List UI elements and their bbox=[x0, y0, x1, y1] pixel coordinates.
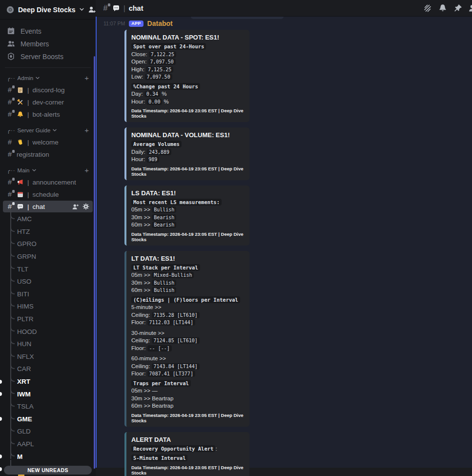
field-text: Floor: bbox=[131, 319, 147, 325]
sidebar-item-events[interactable]: Events bbox=[3, 25, 93, 37]
embed-field-line: 60m >> Beartrap bbox=[131, 402, 245, 410]
channel-label: dev-corner bbox=[33, 99, 64, 106]
channel-pipe: | bbox=[27, 203, 29, 210]
embed-footer: Data Timestamp: 2026-04-19 23:05 EST | D… bbox=[131, 166, 245, 177]
thread-spine bbox=[10, 223, 15, 232]
inline-code-value: 7087.41 [LT377] bbox=[147, 371, 195, 377]
message-header: 11:07 PM APP Databot bbox=[103, 20, 472, 27]
message-list[interactable]: 11:07 PM APP Databot NOMINAL DATA - SPOT… bbox=[96, 17, 472, 476]
sidebar-item-server-boosts[interactable]: Server Boosts bbox=[3, 50, 93, 62]
inline-code-value: Average Volumes bbox=[131, 141, 182, 147]
category-header[interactable]: ╭··Admin+ bbox=[0, 75, 96, 83]
thread-spine bbox=[10, 373, 15, 382]
inline-code-value: 243,889 bbox=[147, 149, 171, 155]
field-text: Daily: bbox=[131, 149, 147, 155]
thread-label: USO bbox=[17, 278, 31, 285]
channel-bot-alerts[interactable]: #|bot-alerts bbox=[3, 108, 93, 120]
field-text: 30m >> Beartrap bbox=[131, 395, 173, 401]
new-unreads-pill[interactable]: NEW UNREADS bbox=[4, 466, 92, 475]
embed-field-line: 05m >> — bbox=[131, 387, 245, 395]
embed-field-line: 05m >> Mixed-Bullish bbox=[131, 271, 245, 279]
embed-field-name: Most recent LS measurements: bbox=[131, 199, 245, 207]
members-icon[interactable] bbox=[468, 3, 472, 13]
threads-icon[interactable] bbox=[423, 3, 432, 13]
embed-field-line: 5-minute >> bbox=[131, 304, 245, 311]
field-text: % bbox=[162, 99, 168, 104]
embed-title: LT DATA: ES1! bbox=[131, 255, 245, 262]
channel-announcement[interactable]: #|announcement bbox=[3, 176, 93, 188]
category-main: ╭··Main+#|announcement#|schedule#|chatAM… bbox=[0, 167, 96, 475]
field-text: 60-mimute >> bbox=[131, 355, 166, 361]
channel-dev-corner[interactable]: #|dev-corner bbox=[3, 96, 93, 108]
divider bbox=[5, 67, 91, 68]
embed-field-line: 60-mimute >> bbox=[131, 355, 245, 363]
category-header[interactable]: ╭··Server Guide+ bbox=[0, 127, 96, 136]
embed-footer: Data Timestamp: 2026-04-19 23:05 EST | D… bbox=[131, 413, 245, 423]
bell-emoji bbox=[17, 111, 24, 118]
server-header[interactable]: Deep Dive Stocks bbox=[0, 0, 96, 20]
channel-registration[interactable]: #registration bbox=[3, 148, 93, 160]
channel-pipe: | bbox=[27, 86, 29, 94]
bell-icon[interactable] bbox=[438, 3, 448, 13]
embed-4: LT DATA: ES1!LT Stack per Interval05m >>… bbox=[124, 251, 249, 427]
sidebar-item-members[interactable]: Members bbox=[3, 38, 93, 50]
inline-code-value: Bullish bbox=[152, 207, 176, 213]
person-add-icon[interactable] bbox=[72, 203, 79, 210]
channel-discord-log[interactable]: #|discord-log bbox=[3, 84, 93, 96]
header-toolbar bbox=[423, 3, 472, 13]
chevron-down-icon bbox=[35, 76, 40, 81]
hash-icon: # bbox=[6, 138, 13, 146]
channel-chat[interactable]: #|chat bbox=[3, 201, 93, 212]
embed-field-name: Traps per Interval bbox=[131, 380, 245, 388]
category-prefix: ╭·· bbox=[7, 127, 16, 134]
embed-field-line: Close: 7,122.25 bbox=[131, 51, 245, 59]
thread-spine bbox=[10, 397, 15, 407]
thread-label: TLT bbox=[17, 266, 28, 273]
thread-label: CAR bbox=[17, 365, 31, 373]
pin-icon[interactable] bbox=[453, 3, 463, 13]
field-text: 60m >> Beartrap bbox=[131, 403, 173, 409]
gear-icon[interactable] bbox=[82, 203, 89, 210]
inline-code-value: (C)eilings | (F)loors per Interval bbox=[131, 296, 240, 303]
thread-label: HTZ bbox=[17, 228, 30, 235]
embed-2: NOMINAL DATA - VOLUME: ES1!Average Volum… bbox=[124, 127, 249, 180]
channel-pipe: | bbox=[27, 139, 29, 146]
hash-lock-icon: # bbox=[6, 203, 13, 210]
inline-code-value: 7124.85 [LT610] bbox=[152, 337, 200, 344]
embed-field-line: Ceiling: 7135.28 [LT610] bbox=[131, 311, 245, 319]
category-label: Main bbox=[18, 167, 30, 173]
channel-welcome[interactable]: #|welcome bbox=[3, 136, 93, 148]
embed-footer: Data Timestamp: 2026-04-19 23:05 EST | D… bbox=[131, 108, 245, 119]
speech-bubble-emoji bbox=[112, 4, 120, 12]
field-text: Low: bbox=[131, 74, 145, 80]
thread-label: GPRO bbox=[17, 240, 37, 248]
embed-footer: Data Timestamp: 2026-04-19 23:05 EST | D… bbox=[131, 465, 245, 476]
channel-list: EventsMembersServer Boosts ╭··Admin+#|di… bbox=[0, 20, 96, 476]
thread-spine bbox=[10, 410, 15, 419]
invite-people-icon[interactable] bbox=[88, 5, 96, 14]
embed-field-line: Ceiling: 7124.85 [LT610] bbox=[131, 337, 245, 345]
nav-label: Events bbox=[21, 27, 41, 35]
thread-spine bbox=[10, 272, 15, 282]
inline-code-value: 0.34 bbox=[144, 91, 160, 97]
thread-spine bbox=[10, 435, 15, 444]
embed-field-name: %Change past 24 Hours bbox=[131, 83, 245, 91]
field-text: 5-minute >> bbox=[131, 304, 161, 310]
channel-label: announcement bbox=[33, 179, 76, 186]
inline-code-value: 5-Minute Interval bbox=[131, 455, 187, 461]
sidebar-scrollbar[interactable] bbox=[94, 56, 95, 469]
add-channel-button[interactable]: + bbox=[84, 128, 89, 133]
add-channel-button[interactable]: + bbox=[84, 168, 89, 173]
field-text: % bbox=[160, 91, 166, 97]
field-text: 30m >> bbox=[131, 214, 152, 220]
embed-field-name: Average Volumes bbox=[131, 141, 245, 148]
field-text: 60m >> bbox=[131, 222, 152, 228]
category-header[interactable]: ╭··Main+ bbox=[0, 167, 96, 176]
category-server-guide: ╭··Server Guide+#|welcome#registration bbox=[0, 127, 96, 160]
thread-label: PLTR bbox=[17, 315, 34, 323]
add-channel-button[interactable]: + bbox=[84, 76, 89, 81]
message-author[interactable]: Databot bbox=[147, 20, 173, 27]
channel-schedule[interactable]: #|schedule bbox=[3, 188, 93, 200]
calendar-icon bbox=[7, 27, 15, 35]
thread-spine bbox=[10, 422, 15, 432]
